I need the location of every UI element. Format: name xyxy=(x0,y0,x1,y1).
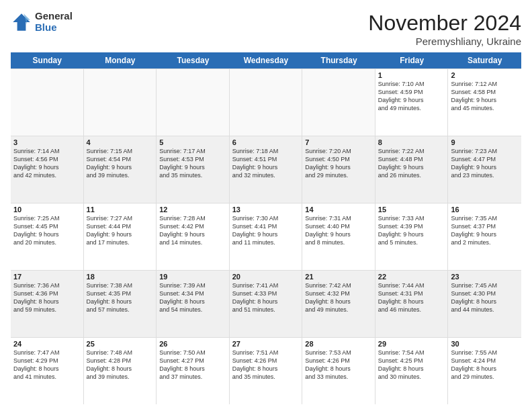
empty-cell-0-1 xyxy=(84,69,157,136)
day-number-15: 15 xyxy=(378,205,445,214)
day-number-10: 10 xyxy=(13,205,81,214)
day-number-22: 22 xyxy=(378,273,445,281)
day-info-5: Sunrise: 7:17 AMSunset: 4:53 PMDaylight:… xyxy=(159,147,226,180)
day-cell-11: 11Sunrise: 7:27 AMSunset: 4:44 PMDayligh… xyxy=(84,203,157,270)
day-info-23: Sunrise: 7:45 AMSunset: 4:30 PMDaylight:… xyxy=(451,281,519,314)
day-info-26: Sunrise: 7:50 AMSunset: 4:27 PMDaylight:… xyxy=(159,349,226,381)
day-number-16: 16 xyxy=(451,205,519,214)
day-info-27: Sunrise: 7:51 AMSunset: 4:26 PMDaylight:… xyxy=(232,349,300,381)
day-info-17: Sunrise: 7:36 AMSunset: 4:36 PMDaylight:… xyxy=(13,281,81,314)
day-number-27: 27 xyxy=(232,340,300,348)
header: General Blue November 2024 Peremyshliany… xyxy=(11,11,521,47)
day-cell-21: 21Sunrise: 7:42 AMSunset: 4:32 PMDayligh… xyxy=(302,271,375,337)
day-info-12: Sunrise: 7:28 AMSunset: 4:42 PMDaylight:… xyxy=(159,214,226,247)
header-day-tuesday: Tuesday xyxy=(157,52,230,68)
day-info-22: Sunrise: 7:44 AMSunset: 4:31 PMDaylight:… xyxy=(378,281,445,314)
day-cell-28: 28Sunrise: 7:53 AMSunset: 4:26 PMDayligh… xyxy=(302,338,375,404)
day-cell-10: 10Sunrise: 7:25 AMSunset: 4:45 PMDayligh… xyxy=(11,203,84,270)
day-number-14: 14 xyxy=(305,205,372,214)
empty-cell-0-2 xyxy=(157,69,230,136)
calendar-body: 1Sunrise: 7:10 AMSunset: 4:59 PMDaylight… xyxy=(11,68,521,404)
calendar-row-2: 10Sunrise: 7:25 AMSunset: 4:45 PMDayligh… xyxy=(11,203,521,271)
day-number-29: 29 xyxy=(378,340,445,348)
header-day-wednesday: Wednesday xyxy=(230,52,303,68)
day-number-20: 20 xyxy=(232,273,300,281)
day-number-7: 7 xyxy=(305,138,372,146)
day-number-19: 19 xyxy=(159,273,226,281)
day-number-28: 28 xyxy=(305,340,372,348)
day-cell-8: 8Sunrise: 7:22 AMSunset: 4:48 PMDaylight… xyxy=(375,136,449,203)
day-info-13: Sunrise: 7:30 AMSunset: 4:41 PMDaylight:… xyxy=(232,214,300,247)
header-day-thursday: Thursday xyxy=(302,52,375,68)
day-number-30: 30 xyxy=(451,340,519,348)
empty-cell-0-3 xyxy=(230,69,303,136)
day-number-4: 4 xyxy=(87,138,154,146)
header-day-friday: Friday xyxy=(375,52,449,68)
day-info-9: Sunrise: 7:23 AMSunset: 4:47 PMDaylight:… xyxy=(451,147,519,180)
day-cell-9: 9Sunrise: 7:23 AMSunset: 4:47 PMDaylight… xyxy=(448,136,521,203)
day-cell-23: 23Sunrise: 7:45 AMSunset: 4:30 PMDayligh… xyxy=(448,271,521,337)
day-cell-7: 7Sunrise: 7:20 AMSunset: 4:50 PMDaylight… xyxy=(302,136,375,203)
day-info-2: Sunrise: 7:12 AMSunset: 4:58 PMDaylight:… xyxy=(451,80,519,113)
calendar-row-4: 24Sunrise: 7:47 AMSunset: 4:29 PMDayligh… xyxy=(11,338,521,404)
day-info-29: Sunrise: 7:54 AMSunset: 4:25 PMDaylight:… xyxy=(378,349,445,381)
day-cell-6: 6Sunrise: 7:18 AMSunset: 4:51 PMDaylight… xyxy=(230,136,303,203)
day-cell-25: 25Sunrise: 7:48 AMSunset: 4:28 PMDayligh… xyxy=(84,338,157,404)
day-info-3: Sunrise: 7:14 AMSunset: 4:56 PMDaylight:… xyxy=(13,147,81,180)
day-cell-22: 22Sunrise: 7:44 AMSunset: 4:31 PMDayligh… xyxy=(375,271,449,337)
day-number-25: 25 xyxy=(87,340,154,348)
day-cell-30: 30Sunrise: 7:55 AMSunset: 4:24 PMDayligh… xyxy=(448,338,521,404)
day-info-30: Sunrise: 7:55 AMSunset: 4:24 PMDaylight:… xyxy=(451,349,519,381)
day-info-24: Sunrise: 7:47 AMSunset: 4:29 PMDaylight:… xyxy=(13,349,81,381)
day-info-8: Sunrise: 7:22 AMSunset: 4:48 PMDaylight:… xyxy=(378,147,445,180)
day-cell-14: 14Sunrise: 7:31 AMSunset: 4:40 PMDayligh… xyxy=(302,203,375,270)
day-info-4: Sunrise: 7:15 AMSunset: 4:54 PMDaylight:… xyxy=(87,147,154,180)
day-cell-24: 24Sunrise: 7:47 AMSunset: 4:29 PMDayligh… xyxy=(11,338,84,404)
day-number-24: 24 xyxy=(13,340,81,348)
day-info-1: Sunrise: 7:10 AMSunset: 4:59 PMDaylight:… xyxy=(378,80,445,113)
day-cell-5: 5Sunrise: 7:17 AMSunset: 4:53 PMDaylight… xyxy=(157,136,230,203)
day-info-25: Sunrise: 7:48 AMSunset: 4:28 PMDaylight:… xyxy=(87,349,154,381)
day-cell-1: 1Sunrise: 7:10 AMSunset: 4:59 PMDaylight… xyxy=(375,69,449,136)
logo-general: General xyxy=(35,11,73,22)
logo: General Blue xyxy=(11,11,73,33)
day-info-7: Sunrise: 7:20 AMSunset: 4:50 PMDaylight:… xyxy=(305,147,372,180)
day-number-26: 26 xyxy=(159,340,226,348)
day-cell-15: 15Sunrise: 7:33 AMSunset: 4:39 PMDayligh… xyxy=(375,203,449,270)
day-info-19: Sunrise: 7:39 AMSunset: 4:34 PMDaylight:… xyxy=(159,281,226,314)
logo-icon xyxy=(11,11,32,33)
day-number-11: 11 xyxy=(87,205,154,214)
header-day-saturday: Saturday xyxy=(448,52,521,68)
day-number-9: 9 xyxy=(451,138,519,146)
day-number-18: 18 xyxy=(87,273,154,281)
day-cell-18: 18Sunrise: 7:38 AMSunset: 4:35 PMDayligh… xyxy=(84,271,157,337)
svg-marker-0 xyxy=(13,13,30,31)
month-title: November 2024 xyxy=(368,11,521,36)
day-number-6: 6 xyxy=(232,138,300,146)
calendar: SundayMondayTuesdayWednesdayThursdayFrid… xyxy=(11,52,521,404)
empty-cell-0-0 xyxy=(11,69,84,136)
day-number-13: 13 xyxy=(232,205,300,214)
day-cell-19: 19Sunrise: 7:39 AMSunset: 4:34 PMDayligh… xyxy=(157,271,230,337)
calendar-row-1: 3Sunrise: 7:14 AMSunset: 4:56 PMDaylight… xyxy=(11,136,521,203)
logo-blue: Blue xyxy=(35,22,73,34)
day-number-8: 8 xyxy=(378,138,445,146)
day-cell-12: 12Sunrise: 7:28 AMSunset: 4:42 PMDayligh… xyxy=(157,203,230,270)
day-number-23: 23 xyxy=(451,273,519,281)
day-number-12: 12 xyxy=(159,205,226,214)
day-info-28: Sunrise: 7:53 AMSunset: 4:26 PMDaylight:… xyxy=(305,349,372,381)
page: General Blue November 2024 Peremyshliany… xyxy=(0,0,532,411)
day-number-3: 3 xyxy=(13,138,81,146)
day-cell-3: 3Sunrise: 7:14 AMSunset: 4:56 PMDaylight… xyxy=(11,136,84,203)
location: Peremyshliany, Ukraine xyxy=(368,36,521,47)
header-day-monday: Monday xyxy=(84,52,157,68)
day-info-20: Sunrise: 7:41 AMSunset: 4:33 PMDaylight:… xyxy=(232,281,300,314)
day-info-11: Sunrise: 7:27 AMSunset: 4:44 PMDaylight:… xyxy=(87,214,154,247)
day-info-18: Sunrise: 7:38 AMSunset: 4:35 PMDaylight:… xyxy=(87,281,154,314)
day-cell-13: 13Sunrise: 7:30 AMSunset: 4:41 PMDayligh… xyxy=(230,203,303,270)
day-info-15: Sunrise: 7:33 AMSunset: 4:39 PMDaylight:… xyxy=(378,214,445,247)
day-cell-16: 16Sunrise: 7:35 AMSunset: 4:37 PMDayligh… xyxy=(448,203,521,270)
calendar-header: SundayMondayTuesdayWednesdayThursdayFrid… xyxy=(11,52,521,68)
empty-cell-0-4 xyxy=(302,69,375,136)
day-cell-26: 26Sunrise: 7:50 AMSunset: 4:27 PMDayligh… xyxy=(157,338,230,404)
